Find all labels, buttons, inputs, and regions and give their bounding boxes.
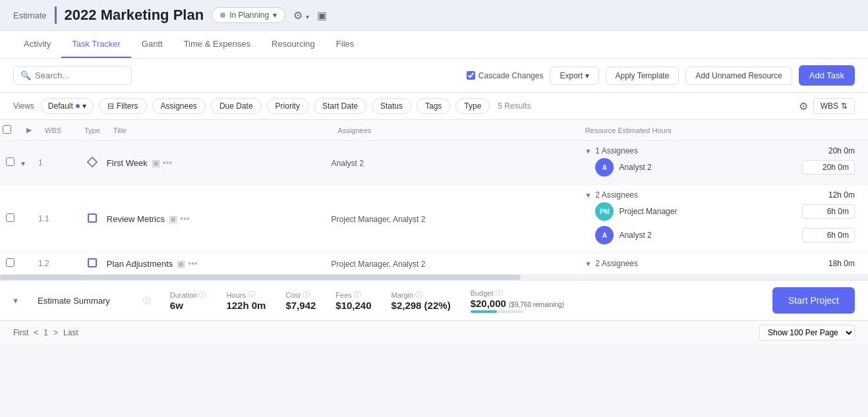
resource-expand-icon[interactable]: ▼ [585, 260, 591, 267]
row-1-1-checkbox[interactable] [6, 213, 14, 222]
resource-row: PM Project Manager [585, 200, 861, 223]
row-1-2-type [78, 253, 107, 275]
gear-chevron-icon: ▾ [306, 13, 309, 20]
row-1-1-type [78, 185, 107, 253]
resource-header-1: ▼ 1 Assignees 20h 0m [585, 146, 861, 155]
row-1-2-assignees: Project Manager, Analyst 2 [332, 253, 579, 275]
filter-chip-tags[interactable]: Tags [417, 98, 450, 114]
filter-chip-priority[interactable]: Priority [267, 98, 308, 114]
per-page-select[interactable]: Show 100 Per Page [759, 325, 855, 341]
estimate-label: Estimate [13, 11, 47, 20]
th-expand: ▶ [20, 120, 38, 141]
panel-button[interactable]: ▣ [317, 9, 327, 22]
add-unnamed-resource-button[interactable]: Add Unnamed Resource [685, 67, 792, 85]
table-row: 1.2 Plan Adjustments ▣ ••• Project Ma [0, 253, 868, 275]
project-title: 2022 Marketing Plan [55, 7, 204, 24]
pagination-first[interactable]: First [13, 328, 28, 337]
cascade-changes-checkbox[interactable] [467, 71, 475, 80]
row-1-controls: ▣ ••• [152, 157, 173, 168]
apply-template-button[interactable]: Apply Template [606, 67, 680, 85]
sort-icon: ⇅ [841, 101, 848, 111]
header-bar: Estimate 2022 Marketing Plan In Planning… [0, 0, 868, 31]
tab-activity[interactable]: Activity [13, 31, 61, 58]
hours-input[interactable] [802, 228, 855, 242]
panel-small-icon[interactable]: ▣ [177, 258, 185, 269]
search-box[interactable]: 🔍 [13, 66, 132, 85]
tab-files[interactable]: Files [326, 31, 364, 58]
panel-small-icon[interactable]: ▣ [169, 213, 177, 224]
th-type: Type [78, 120, 107, 141]
filter-chip-assignees[interactable]: Assignees [152, 98, 206, 114]
settings-icon: ⚙ [799, 101, 808, 112]
filter-chip-start-date[interactable]: Start Date [314, 98, 366, 114]
resource-header-1-1: ▼ 2 Assignees 12h 0m [585, 190, 861, 200]
scrollbar-thumb[interactable] [0, 275, 521, 280]
row-checkbox-1 [0, 141, 20, 185]
milestone-icon [86, 156, 98, 167]
row-1-assignees: Analyst 2 [332, 141, 579, 185]
more-options-icon[interactable]: ••• [163, 157, 173, 168]
filter-bar: Views Default ▾ ⊟ Filters Assignees Due … [0, 93, 868, 120]
filters-button[interactable]: ⊟ Filters [99, 98, 147, 114]
add-task-button[interactable]: Add Task [799, 65, 855, 86]
status-badge[interactable]: In Planning ▾ [212, 7, 285, 23]
hours-input[interactable] [802, 160, 855, 175]
row-1-2-checkbox[interactable] [6, 258, 14, 267]
filter-chip-status[interactable]: Status [372, 98, 411, 114]
tab-resourcing[interactable]: Resourcing [261, 31, 326, 58]
status-dot [220, 13, 225, 18]
filter-icon: ⊟ [107, 101, 114, 111]
start-project-button[interactable]: Start Project [772, 287, 855, 314]
hours-input[interactable] [802, 204, 855, 219]
resource-expand-icon[interactable]: ▼ [585, 148, 591, 155]
tab-gantt[interactable]: Gantt [131, 31, 173, 58]
row-1-1-expand [20, 185, 38, 253]
select-all-checkbox[interactable] [3, 125, 11, 134]
views-label: Views [13, 101, 34, 111]
resource-expand-icon[interactable]: ▼ [585, 192, 591, 199]
task-icon [88, 213, 97, 223]
cascade-changes-label: Cascade Changes [467, 71, 544, 80]
row-1-expand[interactable]: ▼ [20, 141, 38, 185]
task-table-container: ▶ WBS Type Title Assignees Resource Esti… [0, 120, 868, 280]
more-options-icon[interactable]: ••• [180, 213, 190, 224]
filters-label: Filters [117, 101, 138, 111]
status-label: In Planning [229, 11, 269, 20]
chevron-down-icon: ▾ [273, 11, 277, 20]
pagination-next-icon[interactable]: > [53, 328, 58, 337]
export-button[interactable]: Export ▾ [550, 67, 598, 85]
horizontal-scrollbar[interactable] [0, 275, 868, 280]
th-resource-hours: Resource Estimated Hours [578, 120, 868, 141]
more-options-icon[interactable]: ••• [188, 258, 198, 269]
row-1-2-resources: ▼ 2 Assignees 18h 0m [578, 253, 868, 275]
row-1-2-expand [20, 253, 38, 275]
hours-info-icon: ⓘ [248, 290, 255, 300]
th-wbs: WBS [38, 120, 78, 141]
wbs-button[interactable]: WBS ⇅ [813, 98, 855, 114]
row-1-checkbox[interactable] [6, 157, 14, 166]
panel-small-icon[interactable]: ▣ [152, 157, 160, 168]
summary-toggle-button[interactable]: ▾ [13, 295, 18, 306]
chevron-down-icon: ▾ [82, 101, 86, 111]
tab-time-expenses[interactable]: Time & Expenses [173, 31, 261, 58]
chevron-down-icon: ▾ [585, 71, 589, 80]
pagination-last[interactable]: Last [63, 328, 78, 337]
gear-button[interactable]: ⚙ ▾ [293, 9, 308, 22]
search-input[interactable] [35, 70, 121, 80]
budget-info-icon: ⓘ [496, 288, 503, 298]
pagination-prev-icon[interactable]: < [34, 328, 38, 337]
row-1-1-wbs: 1.1 [38, 185, 78, 253]
row-checkbox-1-1 [0, 185, 20, 253]
pagination-bar: First < 1 > Last Show 100 Per Page [0, 320, 868, 345]
view-select[interactable]: Default ▾ [41, 98, 94, 114]
th-checkbox [0, 120, 20, 141]
row-1-2-title: Plan Adjustments ▣ ••• [107, 253, 332, 275]
results-count: 5 Results [498, 101, 531, 111]
cost-info-icon: ⓘ [303, 290, 310, 300]
tab-task-tracker[interactable]: Task Tracker [61, 31, 131, 58]
row-1-wbs: 1 [38, 141, 78, 185]
filter-chip-type[interactable]: Type [455, 98, 490, 114]
filter-chip-due-date[interactable]: Due Date [211, 98, 262, 114]
column-settings-button[interactable]: ⚙ [799, 100, 808, 113]
row-1-1-assignees: Project Manager, Analyst 2 [332, 185, 579, 253]
